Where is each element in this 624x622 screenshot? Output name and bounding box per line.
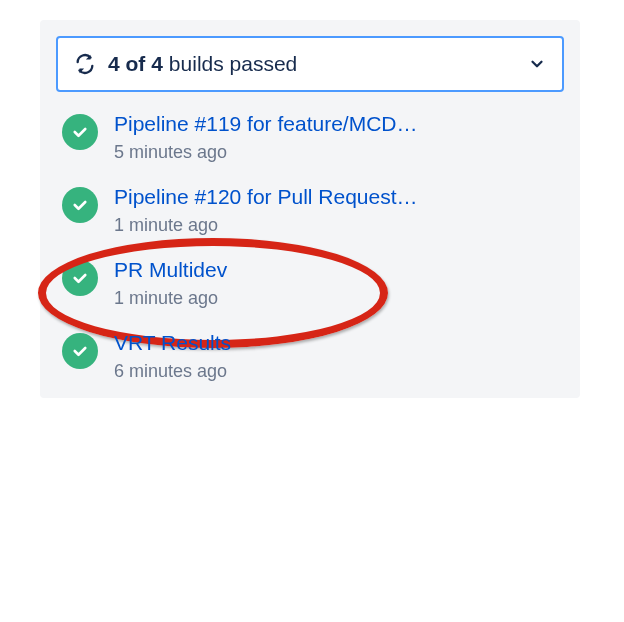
refresh-icon	[74, 53, 96, 75]
builds-count: 4 of 4	[108, 52, 163, 76]
build-timestamp: 6 minutes ago	[114, 361, 564, 382]
chevron-down-icon	[528, 55, 546, 73]
build-item: PR Multidev1 minute ago	[62, 258, 564, 309]
check-circle-icon	[62, 260, 98, 296]
build-link[interactable]: PR Multidev	[114, 258, 514, 282]
build-link[interactable]: Pipeline #119 for feature/MCD…	[114, 112, 514, 136]
build-text: VRT Results6 minutes ago	[114, 331, 564, 382]
build-timestamp: 5 minutes ago	[114, 142, 564, 163]
check-circle-icon	[62, 187, 98, 223]
builds-summary-toggle[interactable]: 4 of 4 builds passed	[56, 36, 564, 92]
build-text: PR Multidev1 minute ago	[114, 258, 564, 309]
build-item: VRT Results6 minutes ago	[62, 331, 564, 382]
build-item: Pipeline #120 for Pull Request…1 minute …	[62, 185, 564, 236]
build-text: Pipeline #119 for feature/MCD…5 minutes …	[114, 112, 564, 163]
build-timestamp: 1 minute ago	[114, 288, 564, 309]
check-circle-icon	[62, 333, 98, 369]
builds-status: builds passed	[169, 52, 297, 76]
builds-list: Pipeline #119 for feature/MCD…5 minutes …	[56, 112, 564, 382]
build-item: Pipeline #119 for feature/MCD…5 minutes …	[62, 112, 564, 163]
builds-panel: 4 of 4 builds passed Pipeline #119 for f…	[40, 20, 580, 398]
build-link[interactable]: Pipeline #120 for Pull Request…	[114, 185, 514, 209]
check-circle-icon	[62, 114, 98, 150]
build-text: Pipeline #120 for Pull Request…1 minute …	[114, 185, 564, 236]
build-link[interactable]: VRT Results	[114, 331, 514, 355]
build-timestamp: 1 minute ago	[114, 215, 564, 236]
builds-summary-text: 4 of 4 builds passed	[108, 52, 516, 76]
